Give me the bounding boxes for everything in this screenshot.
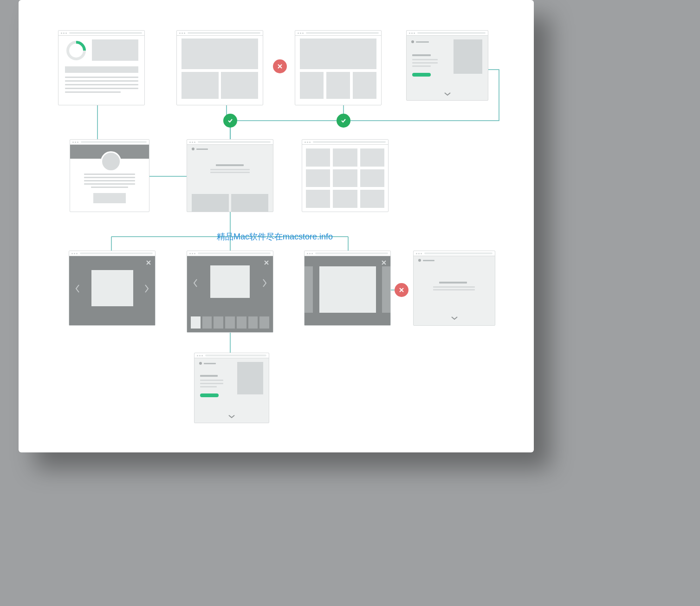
close-icon[interactable] (264, 260, 269, 265)
chevron-down-icon (228, 414, 235, 419)
chevron-left-icon[interactable] (75, 284, 80, 293)
gallery-wireframe-b[interactable] (295, 30, 382, 105)
status-badge-error (273, 59, 287, 73)
gallery-wireframe-a[interactable] (176, 30, 263, 105)
product-card-wireframe[interactable] (406, 30, 488, 101)
close-icon[interactable] (146, 260, 151, 265)
lightbox-slider[interactable] (304, 251, 391, 326)
profile-wireframe[interactable] (70, 139, 149, 212)
chevron-down-icon (444, 92, 451, 97)
article-wireframe[interactable] (187, 139, 273, 212)
watermark-text: 精品Mac软件尽在macstore.info (217, 231, 333, 242)
grid-wireframe[interactable] (302, 139, 389, 212)
product-card-wireframe-b[interactable] (194, 353, 269, 423)
status-badge-ok (223, 114, 237, 128)
diagram-viewport: 精品Mac软件尽在macstore.info (0, 0, 700, 606)
cta-button[interactable] (200, 393, 219, 397)
lightbox-simple[interactable] (69, 251, 156, 326)
close-icon[interactable] (381, 260, 387, 265)
status-badge-error (395, 283, 408, 297)
progress-ring-icon (65, 39, 87, 62)
text-page-wireframe[interactable] (413, 251, 495, 326)
lightbox-thumbs[interactable] (187, 251, 273, 333)
chevron-down-icon (451, 316, 458, 321)
paper-canvas: 精品Mac软件尽在macstore.info (19, 0, 534, 452)
chevron-right-icon[interactable] (262, 278, 267, 288)
status-badge-ok (337, 114, 350, 128)
chevron-right-icon[interactable] (144, 284, 149, 293)
cta-button[interactable] (412, 73, 431, 77)
dashboard-wireframe[interactable] (58, 30, 145, 105)
chevron-left-icon[interactable] (193, 278, 198, 288)
